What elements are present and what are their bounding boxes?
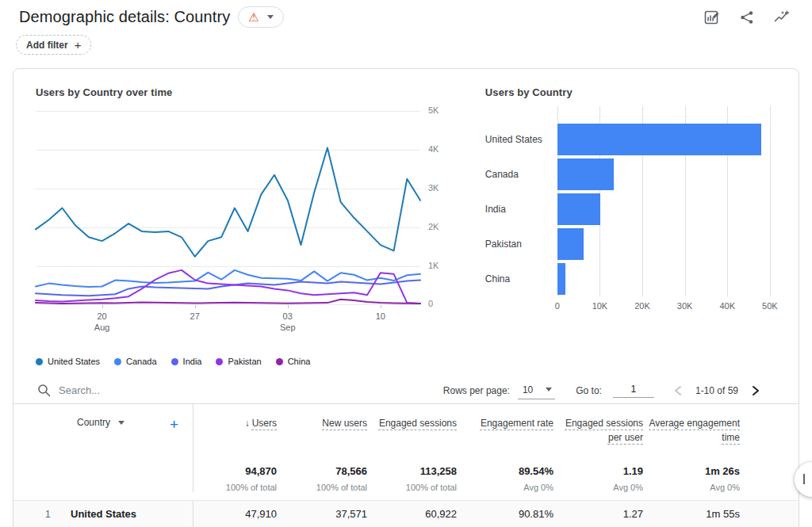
row-metric-cell: 60,922 (367, 501, 457, 527)
totals-value: 89.54% (457, 465, 553, 477)
totals-cell: 78,566100% of total (277, 465, 367, 492)
line-chart-series[interactable] (36, 111, 420, 305)
legend-item: India (171, 357, 202, 366)
y-axis-label: 5K (428, 105, 439, 115)
ga4-demographic-details-page: Demographic details: Country ⚠ (0, 0, 812, 527)
legend-item: Canada (114, 357, 157, 366)
bar-category-label: India (485, 192, 557, 227)
legend-item: Pakistan (216, 357, 261, 366)
bar-pakistan[interactable] (557, 228, 584, 260)
x-axis-label: 10 (376, 311, 385, 322)
totals-value: 113,258 (367, 465, 457, 477)
search-box (37, 384, 443, 397)
totals-subtext: Avg 0% (457, 483, 553, 492)
report-header: Demographic details: Country ⚠ (0, 0, 812, 55)
rows-per-page-select[interactable]: 10 (518, 382, 555, 399)
chevron-down-icon (546, 388, 552, 391)
x-axis-label: 20Aug (94, 311, 110, 333)
y-axis-label: 4K (428, 144, 439, 154)
row-metric-cell: 37,571 (277, 501, 367, 527)
x-axis-label: 03Sep (280, 311, 296, 333)
line-series-united-states[interactable] (36, 148, 420, 257)
bar-category-label: China (485, 262, 557, 296)
column-header-average-engagement-time[interactable]: Average engagement time (643, 404, 740, 465)
warning-icon: ⚠ (248, 11, 259, 23)
row-index: 1 (45, 509, 71, 520)
goto-page-input[interactable] (613, 384, 654, 398)
row-metric-cell: 1m 55s (643, 501, 740, 527)
column-header-label: Users (252, 418, 277, 429)
x-axis-label: 30K (677, 301, 693, 311)
bar-chart[interactable]: United StatesCanadaIndiaPakistanChina 01… (485, 106, 779, 315)
column-header-engaged-sessions[interactable]: Engaged sessions (367, 404, 457, 465)
row-metric-cell: 1.27 (553, 501, 643, 527)
legend-label: Pakistan (228, 357, 261, 366)
rows-per-page-label: Rows per page: (443, 385, 510, 396)
x-axis-label: 50K (762, 301, 778, 311)
dimension-select-country[interactable]: Country (77, 417, 124, 428)
bar-chart-block: Users by Country United StatesCanadaIndi… (485, 86, 779, 366)
x-axis-tick (195, 305, 196, 308)
customize-report-button[interactable] (704, 10, 720, 25)
legend-label: Canada (126, 357, 157, 366)
bar-india[interactable] (557, 193, 600, 225)
x-axis-tick (288, 305, 289, 308)
y-axis-label: 3K (428, 183, 439, 193)
add-filter-button[interactable]: Add filter + (16, 35, 91, 55)
bar-row (557, 157, 770, 192)
legend-dot (36, 358, 43, 365)
row-metric-cell: 47,910 (193, 501, 277, 527)
insights-icon (774, 10, 790, 25)
legend-dot (276, 358, 283, 365)
x-axis-tick (381, 305, 381, 308)
totals-value: 1.19 (553, 465, 643, 477)
column-header-users[interactable]: ↓Users (193, 404, 277, 465)
line-chart-block: Users by Country over time 5K4K3K2K1K0 2… (36, 86, 457, 366)
column-header-label: Engagement rate (481, 418, 553, 429)
x-axis-label: 0 (555, 301, 560, 311)
table-header-row: Country + ↓UsersNew usersEngaged session… (13, 404, 799, 465)
y-axis-label: 0 (428, 299, 433, 308)
line-chart[interactable]: 5K4K3K2K1K0 20Aug2703Sep10 (36, 111, 441, 350)
column-header-engagement-rate[interactable]: Engagement rate (457, 404, 553, 465)
y-axis-label: 1K (428, 261, 439, 270)
share-button[interactable] (739, 10, 755, 25)
report-card: Users by Country over time 5K4K3K2K1K0 2… (13, 68, 799, 527)
drag-bar-icon (803, 474, 805, 484)
legend-label: China (288, 357, 311, 366)
legend-dot (216, 358, 223, 365)
row-metric-cell: 90.81% (457, 501, 553, 527)
totals-subtext: 100% of total (367, 483, 457, 492)
row-dimension-cell: 1United States (13, 501, 193, 527)
legend-dot (114, 358, 121, 365)
add-dimension-button[interactable]: + (170, 417, 178, 432)
dimension-label: Country (77, 417, 110, 428)
x-axis-label: 20K (634, 301, 650, 311)
search-icon (37, 384, 51, 397)
column-header-new-users[interactable]: New users (277, 404, 367, 465)
x-axis-label: 40K (719, 301, 735, 311)
column-header-label: New users (322, 418, 367, 429)
data-quality-chip[interactable]: ⚠ (238, 6, 283, 28)
row-country-name: United States (71, 508, 136, 520)
next-page-button[interactable] (751, 385, 760, 396)
previous-page-button[interactable] (673, 385, 683, 396)
bar-china[interactable] (557, 263, 565, 295)
pagination-info: 1-10 of 59 (695, 385, 738, 396)
legend-label: United States (48, 357, 100, 366)
line-chart-title: Users by Country over time (36, 86, 457, 98)
bar-united-states[interactable] (557, 124, 761, 155)
column-header-engaged-sessions-per-user[interactable]: Engaged sessions per user (553, 404, 643, 465)
x-axis-label: 27 (190, 311, 200, 322)
insights-button[interactable] (774, 10, 790, 25)
chevron-down-icon (118, 421, 124, 425)
bar-canada[interactable] (557, 158, 614, 190)
x-axis-tick (102, 305, 103, 308)
search-input[interactable] (59, 384, 297, 396)
bar-row (557, 192, 770, 227)
totals-subtext: 100% of total (193, 483, 277, 492)
x-axis-label: 10K (592, 301, 608, 311)
bar-category-label: United States (485, 122, 557, 157)
y-axis-label: 2K (428, 222, 439, 231)
chevron-right-icon (751, 385, 760, 396)
